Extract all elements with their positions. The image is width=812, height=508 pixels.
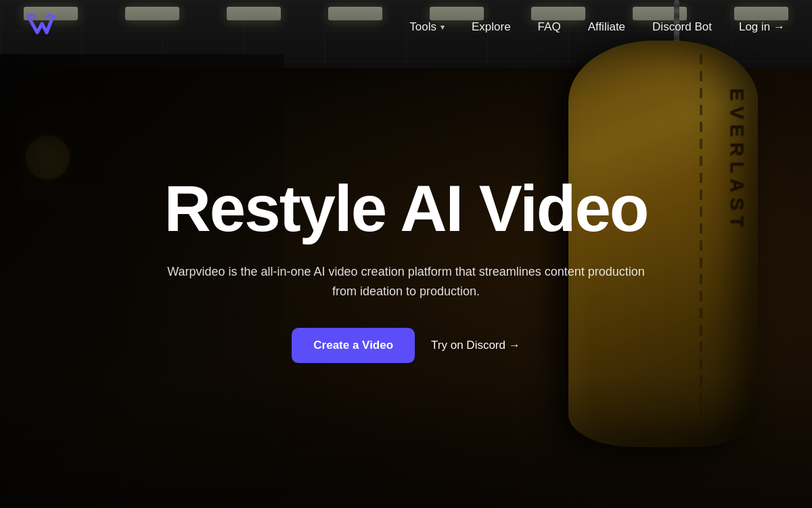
logo-icon (27, 14, 68, 41)
logo[interactable] (27, 14, 68, 41)
nav-item-faq[interactable]: FAQ (538, 20, 561, 34)
nav-item-login[interactable]: Log in → (739, 20, 785, 34)
hero-title: Restyle AI Video (102, 175, 710, 243)
nav-links: Tools ▾ Explore FAQ Affiliate Discord Bo… (409, 20, 785, 34)
nav-link-tools[interactable]: Tools ▾ (409, 20, 445, 34)
bottom-gradient (0, 373, 812, 508)
create-video-button[interactable]: Create a Video (292, 328, 415, 363)
nav-link-faq[interactable]: FAQ (538, 20, 561, 33)
nav-link-affiliate[interactable]: Affiliate (588, 20, 625, 33)
nav-item-affiliate[interactable]: Affiliate (588, 20, 625, 34)
nav-item-explore[interactable]: Explore (472, 20, 511, 34)
chevron-down-icon: ▾ (441, 22, 445, 32)
nav-label-tools: Tools (409, 20, 436, 34)
hero-subtitle: Warpvideo is the all-in-one AI video cre… (162, 262, 650, 301)
nav-item-discord-bot[interactable]: Discord Bot (652, 20, 712, 34)
hero-content: Restyle AI Video Warpvideo is the all-in… (102, 175, 710, 363)
navbar: Tools ▾ Explore FAQ Affiliate Discord Bo… (0, 0, 812, 54)
hero-buttons: Create a Video Try on Discord → (102, 328, 710, 363)
nav-link-explore[interactable]: Explore (472, 20, 511, 33)
try-on-discord-button[interactable]: Try on Discord → (431, 339, 520, 352)
nav-link-login[interactable]: Log in → (739, 20, 785, 34)
nav-item-tools[interactable]: Tools ▾ (409, 20, 445, 34)
nav-link-discord-bot[interactable]: Discord Bot (652, 20, 712, 33)
